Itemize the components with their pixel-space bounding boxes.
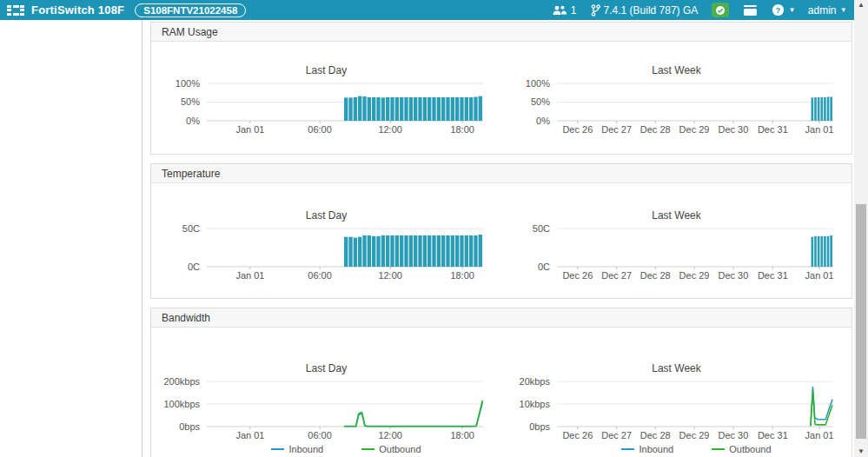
bandwidth-last-day-plot: 0bps100kbps200kbpsJan 0106:0012:0018:00 xyxy=(156,376,497,442)
bandwidth-panel-title: Bandwidth xyxy=(151,308,851,328)
chart-title: Last Week xyxy=(652,209,700,222)
bar xyxy=(390,97,394,121)
legend-label: Outbound xyxy=(729,444,771,454)
bandwidth-last-week-plot: 0bps10kbps20kbpsDec 26Dec 27Dec 28Dec 29… xyxy=(507,376,847,442)
y-tick-label: 50% xyxy=(180,96,199,107)
chevron-down-icon: ▾ xyxy=(790,6,794,14)
bar xyxy=(464,97,467,121)
y-tick-label: 100% xyxy=(525,78,549,89)
legend-item-outbound[interactable]: Outbound xyxy=(712,444,771,454)
bar xyxy=(400,235,403,267)
bar xyxy=(469,235,473,267)
y-tick-label: 0C xyxy=(187,262,199,272)
bar xyxy=(422,235,426,267)
y-tick-label: 0bps xyxy=(179,421,200,432)
ram-last-day-plot: 0%50%100%Jan 0106:0012:0018:00 xyxy=(156,78,497,136)
logged-in-users[interactable]: 1 xyxy=(553,4,577,17)
x-tick-label: Jan 01 xyxy=(805,430,833,440)
bar xyxy=(455,235,459,267)
ram-last-week-chart: Last Week 0%50%100%Dec 26Dec 27Dec 28Dec… xyxy=(501,42,851,154)
cli-console-button[interactable] xyxy=(743,4,758,17)
status-badge xyxy=(712,3,729,17)
bar xyxy=(464,235,467,267)
legend-item-inbound[interactable]: Inbound xyxy=(621,444,673,454)
scroll-down-arrow[interactable]: ▼ xyxy=(854,447,868,457)
temperature-last-week-chart: Last Week 0C50CDec 26Dec 27Dec 28Dec 29D… xyxy=(501,183,851,298)
bar xyxy=(478,235,481,267)
x-tick-label: Dec 30 xyxy=(718,430,748,440)
bar xyxy=(362,96,366,121)
bar xyxy=(376,236,380,267)
bar xyxy=(455,97,459,121)
content-row: RAM Usage Last Day 0%50%100%Jan 0106:001… xyxy=(0,20,854,457)
bar xyxy=(386,97,389,121)
temperature-last-week-plot: 0C50CDec 26Dec 27Dec 28Dec 29Dec 30Dec 3… xyxy=(507,223,847,282)
help-icon: ? xyxy=(772,3,785,17)
bar xyxy=(830,235,832,267)
y-tick-label: 20kbps xyxy=(519,376,550,387)
legend-item-inbound[interactable]: Inbound xyxy=(271,444,323,454)
y-tick-label: 50C xyxy=(532,223,549,234)
bar xyxy=(372,236,375,267)
product-title: FortiSwitch 108F xyxy=(31,3,124,17)
bar xyxy=(418,235,421,267)
bar xyxy=(362,235,366,267)
bar xyxy=(404,97,407,121)
x-tick-label: 18:00 xyxy=(450,430,474,440)
ram-last-day-chart: Last Day 0%50%100%Jan 0106:0012:0018:00 xyxy=(151,42,501,154)
temperature-panel-body: Last Day 0C50CJan 0106:0012:0018:00 Last… xyxy=(151,183,851,298)
scrollbar-thumb[interactable] xyxy=(856,204,866,439)
x-tick-label: Dec 27 xyxy=(601,270,632,281)
ram-usage-panel-title: RAM Usage xyxy=(151,23,851,42)
bar xyxy=(394,235,398,267)
bar xyxy=(460,235,463,267)
bar xyxy=(376,97,380,121)
vertical-scrollbar[interactable]: ▲ ▼ xyxy=(854,0,868,457)
bar xyxy=(814,97,817,121)
admin-menu[interactable]: admin ▾ xyxy=(808,4,845,17)
bar xyxy=(390,235,394,267)
legend-label: Inbound xyxy=(639,444,673,454)
x-tick-label: 06:00 xyxy=(308,430,332,440)
x-tick-label: 18:00 xyxy=(450,270,474,281)
bar xyxy=(441,235,445,267)
bar xyxy=(811,237,813,267)
x-tick-label: Dec 28 xyxy=(639,270,670,281)
bar xyxy=(446,97,449,121)
system-status[interactable] xyxy=(712,3,729,17)
nav-sidebar xyxy=(0,20,142,457)
x-tick-label: Dec 27 xyxy=(601,124,632,135)
bar xyxy=(460,97,463,121)
legend-dash-icon xyxy=(271,448,284,450)
bandwidth-panel-body: Last Day 0bps100kbps200kbpsJan 0106:0012… xyxy=(151,328,851,457)
x-tick-label: 12:00 xyxy=(378,270,402,281)
legend-item-outbound[interactable]: Outbound xyxy=(361,444,421,454)
legend-dash-icon xyxy=(712,448,725,450)
scroll-up-arrow[interactable]: ▲ xyxy=(854,0,868,10)
chart-title: Last Day xyxy=(306,209,347,222)
x-tick-label: Dec 26 xyxy=(562,270,593,281)
bar xyxy=(450,97,454,121)
bandwidth-legend: InboundOutbound xyxy=(621,444,771,454)
x-tick-label: 06:00 xyxy=(308,124,332,135)
chart-title: Last Day xyxy=(306,64,347,76)
bar xyxy=(826,236,829,267)
bar xyxy=(372,97,375,121)
admin-label: admin xyxy=(808,4,837,17)
y-tick-label: 50% xyxy=(530,96,549,107)
main-column: FortiSwitch 108F S108FNTV21022458 1 xyxy=(0,0,854,457)
serial-badge: S108FNTV21022458 xyxy=(135,3,246,17)
help-menu[interactable]: ? ▾ xyxy=(772,3,794,17)
legend-dash-icon xyxy=(361,448,374,450)
y-tick-label: 10kbps xyxy=(519,399,550,409)
y-tick-label: 0% xyxy=(536,116,550,126)
bar xyxy=(474,96,477,121)
bar xyxy=(427,97,431,121)
user-count: 1 xyxy=(571,4,577,17)
bar xyxy=(422,97,426,121)
x-tick-label: 18:00 xyxy=(450,124,474,135)
x-tick-label: Jan 01 xyxy=(235,270,264,281)
bar xyxy=(432,235,435,267)
x-tick-label: Dec 31 xyxy=(757,124,787,135)
bar xyxy=(432,97,435,121)
